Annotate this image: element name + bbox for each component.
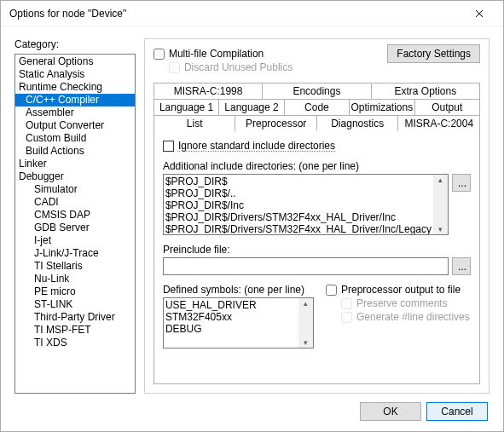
category-item[interactable]: Linker: [15, 158, 135, 170]
tab[interactable]: Encodings: [263, 83, 371, 99]
category-item[interactable]: I-jet: [15, 234, 135, 247]
additional-include-textarea[interactable]: $PROJ_DIR$ $PROJ_DIR$/.. $PROJ_DIR$/Inc …: [163, 174, 449, 235]
category-label: Category:: [14, 38, 136, 50]
window-title: Options for node "Device": [9, 8, 126, 20]
tab[interactable]: Code: [285, 99, 350, 115]
category-item[interactable]: J-Link/J-Trace: [15, 247, 135, 260]
defined-symbols-textarea[interactable]: USE_HAL_DRIVER STM32F405xx DEBUG ▴ ▾: [163, 297, 314, 348]
scroll-up-icon[interactable]: ▴: [304, 298, 308, 308]
preinclude-input[interactable]: [163, 257, 449, 275]
close-icon: [475, 9, 484, 18]
ignore-std-label: Ignore standard include directories: [178, 140, 335, 152]
options-panel: Factory Settings Multi-file Compilation …: [144, 38, 490, 394]
scrollbar[interactable]: ▴ ▾: [298, 298, 313, 348]
additional-include-label: Additional include directories: (one per…: [163, 160, 471, 172]
tab[interactable]: Preprocessor: [235, 115, 317, 131]
tab-strip: MISRA-C:1998EncodingsExtra Options Langu…: [154, 82, 480, 131]
category-item[interactable]: GDB Server: [15, 222, 135, 234]
tab-panel-preprocessor: Ignore standard include directories Addi…: [154, 130, 480, 384]
category-item[interactable]: Custom Build: [15, 132, 135, 145]
category-item[interactable]: ST-LINK: [15, 298, 135, 311]
category-item[interactable]: TI XDS: [15, 337, 135, 349]
scrollbar[interactable]: ▴ ▾: [433, 175, 448, 234]
tab[interactable]: Language 1: [154, 99, 219, 115]
tab[interactable]: MISRA-C:2004: [398, 115, 480, 131]
category-item[interactable]: CMSIS DAP: [15, 209, 135, 222]
category-item[interactable]: Third-Party Driver: [15, 311, 135, 324]
ignore-std-checkbox[interactable]: [163, 141, 174, 152]
category-panel: Category: General OptionsStatic Analysis…: [14, 38, 136, 394]
category-item[interactable]: Runtime Checking: [15, 81, 135, 94]
category-list[interactable]: General OptionsStatic AnalysisRuntime Ch…: [14, 54, 136, 394]
tab[interactable]: Language 2: [219, 99, 284, 115]
tab[interactable]: Extra Options: [372, 83, 480, 99]
pp-preserve-checkbox: [341, 298, 352, 309]
preinclude-label: Preinclude file:: [163, 244, 471, 256]
category-item[interactable]: Build Actions: [15, 145, 135, 158]
tab[interactable]: Diagnostics: [317, 115, 399, 131]
pp-line-label: Generate #line directives: [356, 311, 470, 323]
tab[interactable]: List: [154, 115, 236, 131]
category-item[interactable]: TI MSP-FET: [15, 324, 135, 337]
scroll-down-icon[interactable]: ▾: [304, 337, 308, 348]
title-bar: Options for node "Device": [1, 1, 503, 26]
category-item[interactable]: Nu-Link: [15, 273, 135, 285]
pp-preserve-label: Preserve comments: [356, 297, 448, 309]
category-item[interactable]: PE micro: [15, 285, 135, 298]
category-item[interactable]: CADI: [15, 196, 135, 209]
pp-output-checkbox[interactable]: [326, 285, 337, 296]
close-button[interactable]: [462, 2, 496, 26]
category-item[interactable]: C/C++ Compiler: [15, 94, 135, 107]
multi-file-label: Multi-file Compilation: [169, 48, 264, 60]
category-item[interactable]: TI Stellaris: [15, 260, 135, 273]
category-item[interactable]: General Options: [15, 55, 135, 68]
pp-output-label: Preprocessor output to file: [341, 284, 461, 296]
cancel-button[interactable]: Cancel: [426, 402, 488, 421]
discard-unused-label: Discard Unused Publics: [184, 61, 293, 73]
tab[interactable]: MISRA-C:1998: [154, 83, 263, 99]
category-item[interactable]: Output Converter: [15, 119, 135, 132]
category-item[interactable]: Static Analysis: [15, 68, 135, 81]
category-item[interactable]: Simulator: [15, 183, 135, 196]
multi-file-checkbox[interactable]: [154, 49, 165, 60]
pp-line-checkbox: [341, 312, 352, 323]
tab[interactable]: Output: [415, 99, 480, 115]
factory-settings-button[interactable]: Factory Settings: [387, 44, 480, 63]
tab[interactable]: Optimizations: [350, 99, 414, 115]
browse-include-button[interactable]: ...: [452, 174, 471, 192]
category-item[interactable]: Debugger: [15, 170, 135, 183]
dialog-footer: OK Cancel: [14, 394, 490, 424]
category-item[interactable]: Assembler: [15, 107, 135, 119]
scroll-up-icon[interactable]: ▴: [438, 175, 443, 185]
discard-unused-checkbox: [169, 62, 180, 73]
ok-button[interactable]: OK: [360, 402, 421, 421]
browse-preinclude-button[interactable]: ...: [452, 257, 471, 275]
defined-symbols-label: Defined symbols: (one per line): [163, 284, 314, 296]
scroll-down-icon[interactable]: ▾: [438, 224, 443, 234]
